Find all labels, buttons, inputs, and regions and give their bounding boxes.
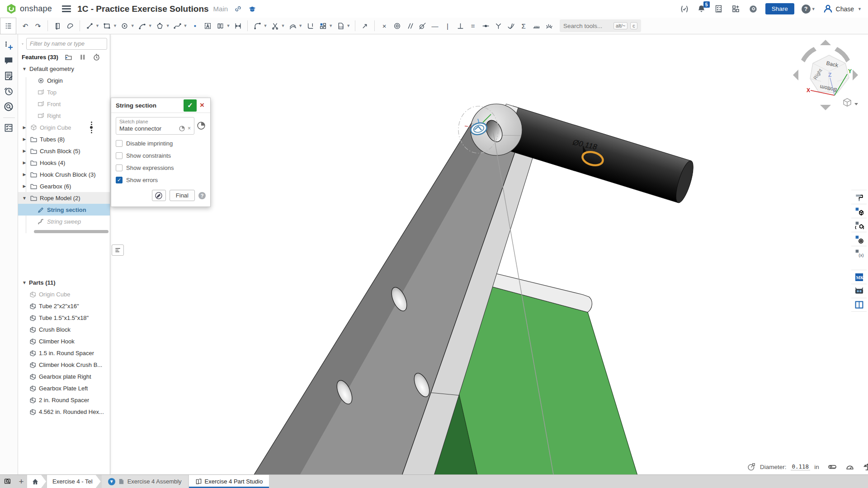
feature-row-string-section[interactable]: String section bbox=[18, 204, 110, 216]
variables-icon[interactable]: (x) bbox=[851, 246, 867, 260]
spline-tool-icon[interactable] bbox=[172, 19, 183, 33]
feature-list-toggle-icon[interactable] bbox=[0, 18, 16, 34]
notifications-bell-icon[interactable]: 5 bbox=[697, 4, 707, 14]
part-row-1-5-in-round-spacer[interactable]: 1.5 in. Round Spacer bbox=[18, 347, 110, 359]
appearance-panel-icon[interactable] bbox=[851, 190, 867, 204]
app-store-icon[interactable] bbox=[731, 4, 741, 14]
tab-exercise-4-tel[interactable]: Exercise 4 - Tel bbox=[47, 475, 101, 488]
viewcube-rotate-down[interactable] bbox=[820, 105, 831, 110]
featurescript-icon[interactable] bbox=[679, 4, 689, 14]
clear-selection-icon[interactable]: × bbox=[188, 125, 191, 132]
chevron-down-icon[interactable]: ▼ bbox=[22, 66, 27, 71]
comment-icon[interactable] bbox=[4, 56, 14, 66]
sketch-plane-field[interactable]: Sketch plane Mate connector × bbox=[116, 117, 194, 135]
feature-row-origin[interactable]: Origin bbox=[18, 75, 110, 86]
search-tabs-icon[interactable] bbox=[0, 475, 15, 488]
pattern-sigma-constraint-icon[interactable]: Σ bbox=[518, 19, 529, 33]
feature-row-rope-model-2[interactable]: ▼Rope Model (2) bbox=[18, 192, 110, 204]
add-tab-button[interactable]: + bbox=[15, 475, 27, 488]
mass-properties-icon[interactable] bbox=[845, 462, 854, 471]
insert-item-icon[interactable] bbox=[4, 40, 14, 51]
tab-exercise-4-assembly[interactable]: ▼ Exercise 4 Assembly bbox=[102, 475, 188, 488]
main-menu-icon[interactable] bbox=[62, 4, 71, 14]
option-show-errors[interactable]: ✓Show errors bbox=[116, 177, 206, 183]
part-row-crush-block[interactable]: Crush Block bbox=[18, 324, 110, 335]
follow-mode-icon[interactable] bbox=[4, 102, 14, 113]
chevron-right-icon[interactable]: ▶ bbox=[22, 172, 27, 177]
home-tab[interactable] bbox=[27, 475, 46, 488]
perpendicular-constraint-icon[interactable] bbox=[455, 19, 466, 33]
normal-constraint-icon[interactable] bbox=[505, 19, 516, 33]
notes-icon[interactable] bbox=[4, 71, 14, 82]
point-tool-icon[interactable] bbox=[190, 19, 201, 33]
arc-tool-icon[interactable] bbox=[137, 19, 148, 33]
learning-center-icon[interactable] bbox=[248, 5, 256, 13]
parts-chevron-icon[interactable]: ▼ bbox=[22, 280, 27, 285]
measure-tape-icon[interactable] bbox=[828, 462, 837, 471]
part-row-climber-hook[interactable]: Climber Hook bbox=[18, 335, 110, 347]
line-tool-dropdown-caret-icon[interactable]: ▼ bbox=[95, 23, 99, 28]
feature-row-hook-crush-block-3[interactable]: ▶Hook Crush Block (3) bbox=[18, 169, 110, 180]
mcmaster-carr-icon[interactable]: MK bbox=[851, 270, 867, 284]
undo-icon[interactable]: ↶ bbox=[20, 19, 31, 33]
view-options-button[interactable] bbox=[844, 99, 858, 106]
arc-tool-dropdown-caret-icon[interactable]: ▼ bbox=[148, 23, 152, 28]
custom-tables-icon[interactable] bbox=[851, 204, 867, 218]
tangent-constraint-icon[interactable] bbox=[417, 19, 428, 33]
search-tools-input[interactable] bbox=[563, 23, 611, 29]
dialog-close-button[interactable]: × bbox=[197, 100, 208, 111]
equal-constraint-icon[interactable]: = bbox=[467, 19, 478, 33]
mirror-tool-dropdown-caret-icon[interactable]: ▼ bbox=[226, 23, 231, 28]
checkbox-unchecked-icon[interactable] bbox=[116, 140, 123, 147]
black-cylinder[interactable] bbox=[493, 104, 697, 204]
rectangle-tool-icon[interactable] bbox=[102, 19, 113, 33]
trim-tool-icon[interactable] bbox=[269, 19, 280, 33]
feature-row-string-sweep[interactable]: String sweep bbox=[18, 216, 110, 227]
history-icon[interactable] bbox=[4, 86, 14, 97]
offset-tool-icon[interactable] bbox=[287, 19, 298, 33]
part-row-origin-cube[interactable]: Origin Cube bbox=[18, 288, 110, 300]
option-disable-imprinting[interactable]: Disable imprinting bbox=[116, 140, 206, 147]
fillet-tool-icon[interactable] bbox=[252, 19, 263, 33]
part-row-gearbox-plate-left[interactable]: Gearbox Plate Left bbox=[18, 382, 110, 394]
viewcube-rotate-right[interactable] bbox=[853, 70, 858, 80]
pattern-grid-tool-icon[interactable] bbox=[317, 19, 328, 33]
chevron-right-icon[interactable]: ▶ bbox=[22, 160, 27, 165]
checkbox-unchecked-icon[interactable] bbox=[116, 164, 123, 171]
final-sketch-button[interactable] bbox=[152, 190, 166, 201]
feature-row-tubes-8[interactable]: ▶Tubes (8) bbox=[18, 133, 110, 145]
symmetric-constraint-icon[interactable] bbox=[493, 19, 504, 33]
help-icon[interactable]: ? bbox=[802, 5, 811, 14]
feature-row-origin-cube[interactable]: ▶Origin Cube bbox=[18, 122, 110, 133]
viewcube-rotate-left[interactable] bbox=[793, 70, 798, 80]
viewcube-roll-ccw[interactable] bbox=[801, 47, 816, 62]
dialog-accept-button[interactable]: ✓ bbox=[184, 99, 197, 112]
new-folder-icon[interactable] bbox=[65, 53, 72, 61]
offset-tool-dropdown-caret-icon[interactable]: ▼ bbox=[298, 23, 302, 28]
filter-icon[interactable] bbox=[22, 40, 24, 48]
scale-balance-icon[interactable] bbox=[863, 462, 868, 471]
concentric-constraint-icon[interactable] bbox=[392, 19, 402, 33]
checklist-icon[interactable] bbox=[4, 123, 14, 134]
vertical-constraint-icon[interactable]: | bbox=[442, 19, 453, 33]
circle-tool-icon[interactable] bbox=[119, 19, 130, 33]
context-menu-button[interactable] bbox=[112, 244, 124, 256]
part-row-tube-1-5-x1-5-x18[interactable]: Tube 1.5"x1.5"x18" bbox=[18, 312, 110, 324]
part-row-gearbox-plate-right[interactable]: Gearbox plate Right bbox=[18, 371, 110, 382]
rollback-handle-icon[interactable] bbox=[90, 121, 93, 134]
dialog-help-icon[interactable]: ? bbox=[198, 192, 206, 199]
dxf-import-tool-icon[interactable]: DXF bbox=[335, 19, 346, 33]
parallel-constraint-icon[interactable] bbox=[404, 19, 415, 33]
feature-filter-input[interactable] bbox=[26, 38, 107, 50]
user-menu[interactable]: Chase ▼ bbox=[823, 4, 862, 14]
option-show-constraints[interactable]: Show constraints bbox=[116, 152, 206, 159]
checkbox-checked-icon[interactable]: ✓ bbox=[116, 177, 123, 183]
dxf-import-tool-dropdown-caret-icon[interactable]: ▼ bbox=[346, 23, 350, 28]
pierce-constraint-icon[interactable] bbox=[531, 19, 542, 33]
rectangle-tool-dropdown-caret-icon[interactable]: ▼ bbox=[113, 23, 117, 28]
feature-row-right[interactable]: Right bbox=[18, 110, 110, 122]
part-row-climber-hook-crush-b[interactable]: Climber Hook Crush B... bbox=[18, 359, 110, 371]
redo-icon[interactable]: ↷ bbox=[33, 19, 43, 33]
part-row-4-562-in-rounded-hex[interactable]: 4.562 in. Rounded Hex... bbox=[18, 406, 110, 418]
mirror-tool-icon[interactable] bbox=[215, 19, 226, 33]
